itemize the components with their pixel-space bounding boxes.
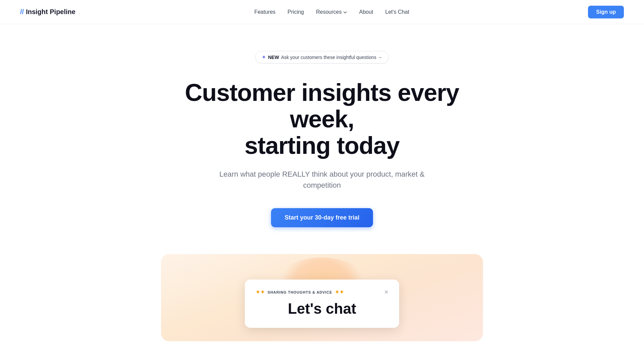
star-icons-left: ✦✦ (256, 289, 265, 295)
nav-item-features[interactable]: Features (254, 9, 275, 15)
preview-close-button[interactable]: ✕ (384, 290, 388, 295)
logo-slash: // (20, 8, 24, 16)
preview-outer-card: ✦✦ SHARING THOUGHTS & ADVICE ✦✦ ✕ Let's … (161, 254, 483, 341)
hero-title: Customer insights every week, starting t… (171, 79, 473, 159)
preview-card-header: ✦✦ SHARING THOUGHTS & ADVICE ✦✦ ✕ (256, 289, 388, 295)
hero-subtitle: Learn what people REALLY think about you… (205, 169, 439, 191)
signup-button[interactable]: Sign up (588, 6, 624, 18)
badge-new-label: NEW (268, 55, 279, 60)
nav-resources-label: Resources (316, 9, 341, 15)
preview-area: ✦✦ SHARING THOUGHTS & ADVICE ✦✦ ✕ Let's … (13, 254, 631, 341)
nav-item-lets-chat[interactable]: Let's Chat (385, 9, 410, 15)
new-badge[interactable]: ✦ NEW Ask your customers these insightfu… (255, 51, 389, 63)
preview-card: ✦✦ SHARING THOUGHTS & ADVICE ✦✦ ✕ Let's … (245, 280, 399, 327)
hero-title-line1: Customer insights every week, (185, 79, 459, 132)
hero-section: ✦ NEW Ask your customers these insightfu… (0, 24, 644, 361)
navbar: // Insight Pipeline Features Pricing Res… (0, 0, 644, 24)
badge-text: Ask your customers these insightful ques… (281, 55, 382, 60)
nav-actions: Sign up (588, 6, 624, 18)
preview-chat-title: Let's chat (256, 301, 388, 317)
nav-item-resources[interactable]: Resources (316, 9, 347, 15)
hero-title-line2: starting today (245, 132, 399, 159)
nav-item-about[interactable]: About (359, 9, 373, 15)
logo-text: Insight Pipeline (26, 8, 75, 16)
chevron-down-icon (343, 10, 347, 14)
badge-sparkle-icon: ✦ (262, 54, 266, 60)
cta-button[interactable]: Start your 30-day free trial (271, 208, 373, 227)
preview-badge: ✦✦ SHARING THOUGHTS & ADVICE ✦✦ (256, 289, 344, 295)
star-icons-right: ✦✦ (335, 289, 344, 295)
logo[interactable]: // Insight Pipeline (20, 8, 75, 16)
nav-item-pricing[interactable]: Pricing (287, 9, 304, 15)
nav-links: Features Pricing Resources About Let's C… (254, 9, 409, 15)
preview-badge-text: SHARING THOUGHTS & ADVICE (268, 290, 332, 294)
